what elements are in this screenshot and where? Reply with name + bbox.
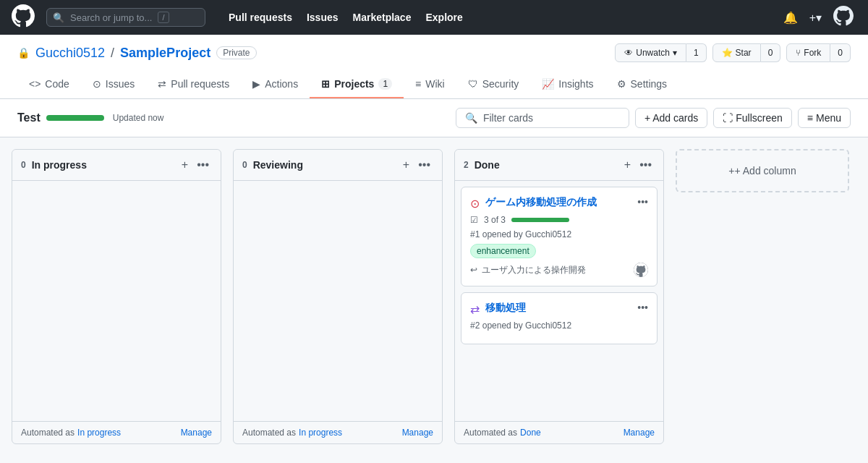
tab-issues[interactable]: ⊙ Issues <box>81 71 146 98</box>
user-avatar[interactable] <box>830 3 856 32</box>
watch-button[interactable]: 👁 Unwatch ▾ <box>615 43 686 62</box>
column-in-progress: 0 In progress + ••• Automated as In prog… <box>12 149 221 444</box>
card-2-menu-icon[interactable]: ••• <box>637 302 648 313</box>
star-button[interactable]: ⭐ Star <box>712 43 761 62</box>
card-2-issue-num: #2 <box>470 320 480 331</box>
topnav-explore[interactable]: Explore <box>420 9 468 26</box>
column-reviewing-title: Reviewing <box>253 159 303 171</box>
project-header: Test Updated now 🔍 Filter cards + Add ca… <box>0 99 868 137</box>
card-1-meta: #1 opened by Gucchi0512 <box>470 229 648 239</box>
column-menu-icon[interactable]: ••• <box>194 157 212 173</box>
column-reviewing-body <box>234 181 442 421</box>
star-count[interactable]: 0 <box>761 43 781 62</box>
repo-title-row: 🔒 Gucchi0512 / SampleProject Private 👁 U… <box>17 43 851 62</box>
column-reviewing: 0 Reviewing + ••• Automated as In progre… <box>233 149 443 444</box>
footer-manage-link[interactable]: Manage <box>624 428 655 438</box>
footer-manage-link[interactable]: Manage <box>181 428 212 438</box>
tab-actions[interactable]: ▶ Actions <box>241 71 310 98</box>
card-2-meta: #2 opened by Gucchi0512 <box>470 320 648 331</box>
wiki-icon: ≡ <box>415 78 421 90</box>
repo-action-buttons: 👁 Unwatch ▾ 1 ⭐ Star 0 ⑂ Fork 0 <box>615 43 851 62</box>
column-in-progress-count: 0 <box>21 160 26 170</box>
column-menu-icon[interactable]: ••• <box>415 157 433 173</box>
topnav-issues[interactable]: Issues <box>301 9 344 26</box>
add-column-button[interactable]: + + Add column <box>676 149 849 192</box>
footer-status-label: In progress <box>77 428 121 438</box>
enhancement-badge[interactable]: enhancement <box>470 244 536 258</box>
issue-open-icon: ⊙ <box>470 197 480 211</box>
menu-button[interactable]: ≡ Menu <box>798 108 851 128</box>
column-add-icon[interactable]: + <box>179 157 191 173</box>
repo-name-link[interactable]: SampleProject <box>120 46 210 61</box>
fork-count[interactable]: 0 <box>830 43 851 62</box>
tab-wiki[interactable]: ≡ Wiki <box>404 71 456 98</box>
column-add-icon[interactable]: + <box>621 157 634 173</box>
card-1-progress-text: 3 of 3 <box>484 215 506 225</box>
repo-separator: / <box>111 46 114 61</box>
column-reviewing-footer: Automated as In progress Manage <box>234 421 442 443</box>
fork-button[interactable]: ⑂ Fork <box>786 43 830 62</box>
project-updated: Updated now <box>113 113 164 123</box>
kanban-board: 0 In progress + ••• Automated as In prog… <box>0 137 868 456</box>
card-1-progress-bar-bg <box>511 218 569 222</box>
settings-icon: ⚙ <box>617 78 626 90</box>
card-1-menu-icon[interactable]: ••• <box>637 196 648 208</box>
topnav-right: 🔔 +▾ <box>780 3 856 32</box>
fork-button-group: ⑂ Fork 0 <box>786 43 851 62</box>
card-2-author: Gucchi0512 <box>525 320 571 331</box>
filter-cards-input[interactable]: 🔍 Filter cards <box>456 108 629 128</box>
tab-wiki-label: Wiki <box>425 78 444 90</box>
card-1-progress: ☑ 3 of 3 <box>470 215 648 225</box>
tab-insights[interactable]: 📈 Insights <box>530 71 605 98</box>
column-in-progress-actions: + ••• <box>179 157 212 173</box>
footer-automated-label: Automated as <box>21 428 75 438</box>
tab-projects[interactable]: ⊞ Projects 1 <box>310 71 404 98</box>
column-menu-icon[interactable]: ••• <box>637 157 655 173</box>
column-done-title: Done <box>475 159 500 171</box>
card-2-opened-text: opened by <box>482 320 525 331</box>
card-1-sub-text: ユーザ入力による操作開発 <box>482 264 586 276</box>
topnav-marketplace[interactable]: Marketplace <box>347 9 417 26</box>
actions-icon: ▶ <box>252 78 260 90</box>
footer-manage-link[interactable]: Manage <box>402 428 433 438</box>
project-progress-bar <box>46 115 104 121</box>
footer-status-label: Done <box>520 428 541 438</box>
repo-owner-link[interactable]: Gucchi0512 <box>35 46 105 61</box>
add-cards-button[interactable]: + Add cards <box>635 108 707 128</box>
tab-code[interactable]: <> Code <box>17 71 81 98</box>
card-1-avatar <box>634 263 648 277</box>
column-done-body: ⊙ ゲーム内移動処理の作成 ••• ☑ 3 of 3 #1 opened by … <box>455 181 663 421</box>
card-2-title[interactable]: 移動処理 <box>485 302 631 315</box>
watch-count[interactable]: 1 <box>686 43 707 62</box>
column-in-progress-header: 0 In progress + ••• <box>12 150 221 181</box>
add-column-icon: + <box>728 165 734 177</box>
column-add-icon[interactable]: + <box>400 157 412 173</box>
topnav-pull-requests[interactable]: Pull requests <box>223 9 298 26</box>
top-navigation: 🔍 Search or jump to... / Pull requests I… <box>0 0 868 35</box>
tab-security[interactable]: 🛡 Security <box>456 71 531 98</box>
card-1-title[interactable]: ゲーム内移動処理の作成 <box>485 196 631 209</box>
tab-actions-label: Actions <box>265 78 298 90</box>
star-button-group: ⭐ Star 0 <box>712 43 781 62</box>
card-1-sub-row: ↩ ユーザ入力による操作開発 <box>470 263 648 277</box>
column-in-progress-title: In progress <box>32 159 87 171</box>
fullscreen-button[interactable]: ⛶ Fullscreen <box>713 108 792 128</box>
tab-settings[interactable]: ⚙ Settings <box>605 71 679 98</box>
github-logo-icon[interactable] <box>12 4 35 31</box>
watch-label: Unwatch <box>636 48 670 58</box>
search-input[interactable]: 🔍 Search or jump to... / <box>46 8 205 27</box>
tab-insights-label: Insights <box>558 78 593 90</box>
footer-status-label: In progress <box>299 428 342 438</box>
lock-icon: 🔒 <box>17 47 30 59</box>
card-move-processing: ⇄ 移動処理 ••• #2 opened by Gucchi0512 <box>461 292 658 344</box>
tab-settings-label: Settings <box>631 78 668 90</box>
plus-icon[interactable]: +▾ <box>807 8 825 27</box>
card-1-badge: enhancement <box>470 244 648 263</box>
eye-icon: 👁 <box>624 48 633 58</box>
slash-shortcut: / <box>158 12 169 23</box>
security-icon: 🛡 <box>468 78 478 90</box>
tab-pull-requests[interactable]: ⇄ Pull requests <box>146 71 241 98</box>
column-reviewing-header: 0 Reviewing + ••• <box>234 150 442 181</box>
filter-search-icon: 🔍 <box>465 112 477 124</box>
notifications-icon[interactable]: 🔔 <box>780 8 801 27</box>
